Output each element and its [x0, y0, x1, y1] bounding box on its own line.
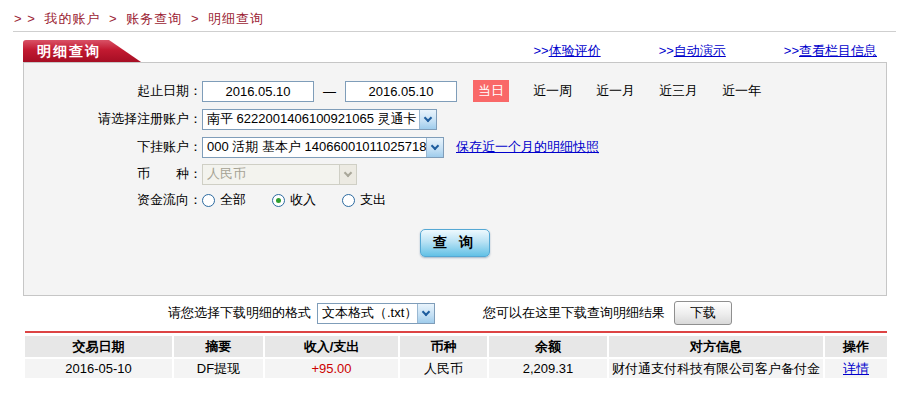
table-header-cell: 余额	[489, 336, 607, 357]
header-links: >>体验评价 >>自动演示 >>查看栏目信息	[533, 42, 887, 60]
table-cell: DF提现	[174, 359, 263, 378]
table-header-cell: 交易日期	[25, 336, 172, 357]
experience-rating-link[interactable]: >>体验评价	[533, 42, 600, 60]
table-cell: 人民币	[400, 359, 487, 378]
breadcrumb-separator: >	[191, 11, 200, 26]
table-cell: 财付通支付科技有限公司客户备付金	[609, 359, 823, 378]
query-form-panel: 起止日期： — 当日 近一周 近一月 近三月 近一年 请选择注册账户： 南平 6…	[23, 62, 887, 296]
sub-account-label: 下挂账户：	[24, 138, 202, 156]
flow-direction-label: 资金流向：	[24, 191, 202, 209]
chevron-down-icon[interactable]	[426, 138, 443, 157]
table-cell: +95.00	[265, 359, 398, 378]
currency-label: 币 种：	[24, 165, 202, 183]
chevron-down-icon[interactable]	[417, 304, 434, 323]
quick-range-today[interactable]: 当日	[473, 80, 509, 102]
quick-range-week[interactable]: 近一周	[533, 82, 572, 100]
register-account-label: 请选择注册账户：	[24, 110, 202, 128]
breadcrumb-item-detail-query[interactable]: 明细查询	[208, 11, 264, 26]
table-cell: 2016-05-10	[25, 359, 172, 378]
chevron-down-icon	[339, 165, 356, 184]
register-account-select[interactable]: 南平 6222001406100921065 灵通卡	[202, 109, 437, 130]
table-header-row: 交易日期摘要收入/支出币种余额对方信息操作	[25, 336, 887, 357]
quick-range-year[interactable]: 近一年	[722, 82, 761, 100]
sub-account-row: 下挂账户： 000 活期 基本户 1406600101102571848 保存近…	[24, 136, 886, 158]
query-button[interactable]: 查 询	[420, 229, 490, 257]
breadcrumb-item-account-query[interactable]: 账务查询	[126, 11, 182, 26]
page-title-tab: 明细查询	[23, 40, 141, 62]
result-table: 交易日期摘要收入/支出币种余额对方信息操作 2016-05-10DF提现+95.…	[25, 336, 887, 380]
table-header-cell: 币种	[400, 336, 487, 357]
flow-radio-income[interactable]: 收入	[272, 191, 316, 209]
auto-demo-link[interactable]: >>自动演示	[659, 42, 726, 60]
date-range-label: 起止日期：	[24, 82, 202, 100]
table-header-cell: 操作	[825, 336, 887, 357]
breadcrumb-divider	[13, 31, 896, 32]
table-cell: 2,209.31	[489, 359, 607, 378]
flow-radio-all[interactable]: 全部	[202, 191, 246, 209]
date-range-row: 起止日期： — 当日 近一周 近一月 近三月 近一年	[24, 80, 886, 102]
breadcrumb-separator: >	[109, 11, 118, 26]
download-format-label: 请您选择下载明细的格式	[168, 304, 311, 322]
radio-icon[interactable]	[202, 194, 215, 207]
flow-direction-row: 资金流向： 全部 收入 支出	[24, 189, 886, 211]
radio-icon[interactable]	[342, 194, 355, 207]
radio-icon[interactable]	[272, 194, 285, 207]
breadcrumb-prefix: > >	[14, 11, 36, 26]
download-format-select[interactable]: 文本格式（.txt）	[317, 303, 435, 324]
currency-row: 币 种： 人民币	[24, 163, 886, 185]
quick-range-month[interactable]: 近一月	[596, 82, 635, 100]
breadcrumb-item-my-account[interactable]: 我的账户	[44, 11, 100, 26]
register-account-row: 请选择注册账户： 南平 6222001406100921065 灵通卡	[24, 108, 886, 130]
table-header-cell: 收入/支出	[265, 336, 398, 357]
date-from-input[interactable]	[202, 81, 314, 102]
date-to-input[interactable]	[345, 81, 457, 102]
section-header: 明细查询 >>体验评价 >>自动演示 >>查看栏目信息	[23, 40, 887, 62]
quick-range-quarter[interactable]: 近三月	[659, 82, 698, 100]
save-snapshot-link[interactable]: 保存近一个月的明细快照	[456, 138, 599, 156]
detail-link[interactable]: 详情	[843, 361, 869, 376]
table-top-divider	[25, 331, 887, 333]
date-range-dash: —	[323, 84, 336, 99]
query-button-row: 查 询	[24, 229, 886, 257]
table-row: 2016-05-10DF提现+95.00人民币2,209.31财付通支付科技有限…	[25, 359, 887, 378]
table-header-cell: 摘要	[174, 336, 263, 357]
table-cell: 详情	[825, 359, 887, 378]
download-button[interactable]: 下载	[674, 301, 732, 325]
flow-radio-expense[interactable]: 支出	[342, 191, 386, 209]
download-row: 请您选择下载明细的格式 文本格式（.txt） 您可以在这里下载查询明细结果 下载	[23, 300, 887, 326]
breadcrumb: > > 我的账户 > 账务查询 > 明细查询	[14, 10, 268, 28]
download-result-label: 您可以在这里下载查询明细结果	[483, 304, 665, 322]
currency-select: 人民币	[202, 164, 357, 185]
sub-account-select[interactable]: 000 活期 基本户 1406600101102571848	[202, 137, 444, 158]
column-info-link[interactable]: >>查看栏目信息	[784, 42, 877, 60]
chevron-down-icon[interactable]	[419, 110, 436, 129]
table-header-cell: 对方信息	[609, 336, 823, 357]
